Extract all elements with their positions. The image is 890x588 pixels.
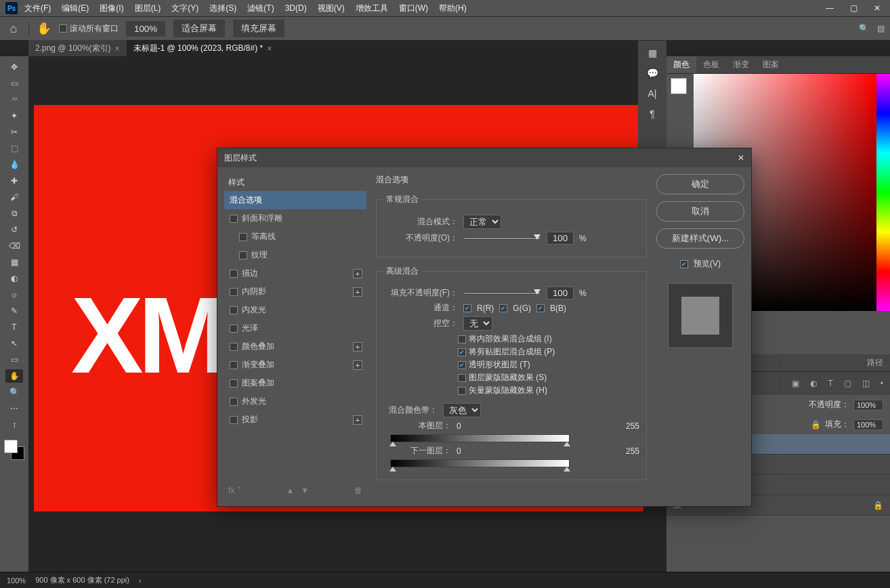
fit-screen-button[interactable]: 适合屏幕: [173, 19, 226, 38]
add-drop-shadow-icon[interactable]: +: [353, 415, 362, 425]
style-drop-shadow[interactable]: 投影+: [224, 411, 366, 429]
filter-image-icon[interactable]: ▣: [792, 379, 799, 388]
marquee-tool[interactable]: ▭: [5, 77, 23, 90]
menu-filter[interactable]: 滤镜(T): [243, 3, 278, 14]
eraser-tool[interactable]: ⌫: [5, 239, 23, 253]
crop-tool[interactable]: ✂: [5, 125, 23, 139]
rail-character-icon[interactable]: A|: [648, 88, 657, 99]
style-texture[interactable]: 纹理: [224, 246, 366, 264]
path-select-tool[interactable]: ↖: [5, 337, 23, 350]
menu-3d[interactable]: 3D(D): [281, 3, 311, 13]
filter-adjust-icon[interactable]: ◐: [810, 379, 817, 388]
close-icon[interactable]: ✕: [870, 3, 885, 13]
fx-icon[interactable]: fx ˅: [228, 486, 241, 495]
cb-mask-hides[interactable]: [458, 374, 466, 382]
shape-tool[interactable]: ▭: [5, 353, 23, 366]
doc-tab-2[interactable]: 未标题-1 @ 100% (2023, RGB/8#) * ×: [127, 40, 279, 57]
this-layer-slider[interactable]: [390, 434, 570, 442]
opacity-input[interactable]: [547, 232, 574, 245]
cb-interior[interactable]: [458, 335, 466, 343]
minimize-icon[interactable]: —: [822, 3, 838, 13]
zoom-level-button[interactable]: 100%: [125, 20, 166, 37]
fill-opacity-input[interactable]: [547, 287, 574, 299]
close-tab-icon[interactable]: ×: [115, 44, 120, 54]
blend-mode-select[interactable]: 正常: [463, 215, 501, 229]
tab-color[interactable]: 颜色: [666, 56, 696, 73]
more-tools[interactable]: ⋯: [5, 402, 23, 415]
doc-tab-1[interactable]: 2.png @ 100%(索引) ×: [28, 40, 127, 57]
style-outer-glow[interactable]: 外发光: [224, 392, 366, 411]
tab-swatches[interactable]: 色板: [696, 56, 726, 73]
lock-icon[interactable]: 🔒: [811, 420, 821, 429]
hand-tool-icon[interactable]: ✋: [36, 20, 52, 37]
menu-layer[interactable]: 图层(L): [131, 3, 165, 14]
cb-vector-hides[interactable]: [458, 387, 466, 395]
menu-view[interactable]: 视图(V): [314, 3, 349, 14]
preview-checkbox[interactable]: [680, 260, 688, 268]
menu-image[interactable]: 图像(I): [96, 3, 127, 14]
hue-slider[interactable]: [876, 74, 890, 311]
menu-select[interactable]: 选择(S): [205, 3, 240, 14]
history-brush-tool[interactable]: ↺: [5, 223, 23, 236]
dodge-tool[interactable]: ☼: [5, 288, 23, 301]
cb-clipped[interactable]: [458, 348, 466, 356]
search-icon[interactable]: 🔍: [859, 24, 869, 33]
lasso-tool[interactable]: ⌔: [5, 93, 23, 106]
move-down-icon[interactable]: ▼: [301, 486, 309, 495]
tab-patterns[interactable]: 图案: [756, 56, 786, 73]
cancel-button[interactable]: 取消: [656, 201, 744, 222]
eyedropper-tool[interactable]: 💧: [5, 158, 23, 171]
style-contour[interactable]: 等高线: [224, 228, 366, 246]
style-blending-options[interactable]: 混合选项: [224, 191, 366, 209]
opacity-slider[interactable]: [463, 237, 541, 240]
color-swatches[interactable]: [4, 440, 24, 460]
new-style-button[interactable]: 新建样式(W)...: [656, 228, 744, 249]
add-color-overlay-icon[interactable]: +: [353, 342, 362, 352]
style-color-overlay[interactable]: 颜色叠加+: [224, 337, 366, 356]
zoom-tool[interactable]: 🔍: [5, 385, 23, 399]
menu-window[interactable]: 窗口(W): [395, 3, 432, 14]
cb-trans-shapes[interactable]: [458, 361, 466, 369]
style-bevel[interactable]: 斜面和浮雕: [224, 209, 366, 228]
add-stroke-icon[interactable]: +: [353, 269, 362, 278]
maximize-icon[interactable]: ▢: [846, 3, 862, 13]
fill-screen-button[interactable]: 填充屏幕: [232, 19, 285, 38]
trash-icon[interactable]: 🗑: [354, 486, 362, 495]
panel-color-swatch[interactable]: [671, 78, 687, 94]
hand-tool[interactable]: ✋: [5, 369, 23, 383]
status-chevron-icon[interactable]: ›: [139, 576, 142, 585]
add-inner-shadow-icon[interactable]: +: [353, 287, 362, 297]
blend-if-select[interactable]: 灰色: [443, 403, 481, 417]
status-zoom[interactable]: 100%: [7, 576, 26, 585]
style-inner-shadow[interactable]: 内阴影+: [224, 282, 366, 301]
healing-tool[interactable]: ✚: [5, 174, 23, 188]
style-gradient-overlay[interactable]: 渐变叠加+: [224, 356, 366, 374]
type-tool[interactable]: T: [5, 320, 23, 334]
menu-plugins[interactable]: 增效工具: [352, 3, 392, 14]
frame-tool[interactable]: ⬚: [5, 142, 23, 155]
home-icon[interactable]: ⌂: [5, 20, 22, 37]
add-gradient-overlay-icon[interactable]: +: [353, 360, 362, 370]
style-satin[interactable]: 光泽: [224, 319, 366, 337]
channel-r-checkbox[interactable]: [463, 304, 471, 312]
menu-file[interactable]: 文件(F): [20, 3, 55, 14]
dialog-close-icon[interactable]: ✕: [738, 153, 744, 163]
pen-tool[interactable]: ✎: [5, 304, 23, 318]
foreground-color[interactable]: [4, 440, 18, 453]
fill-opacity-slider[interactable]: [463, 292, 541, 295]
under-layer-slider[interactable]: [390, 459, 570, 467]
style-stroke[interactable]: 描边+: [224, 264, 366, 282]
channel-b-checkbox[interactable]: [536, 304, 545, 312]
channel-g-checkbox[interactable]: [499, 304, 507, 312]
menu-type[interactable]: 文字(Y): [167, 3, 203, 14]
menu-edit[interactable]: 编辑(E): [58, 3, 93, 14]
filter-smart-icon[interactable]: ◫: [862, 379, 870, 388]
filter-type-icon[interactable]: T: [828, 379, 832, 388]
menu-help[interactable]: 帮助(H): [435, 3, 471, 14]
clone-stamp-tool[interactable]: ⧉: [5, 207, 23, 220]
fill-value[interactable]: 100%: [853, 419, 883, 430]
close-tab-icon[interactable]: ×: [267, 44, 272, 54]
style-pattern-overlay[interactable]: 图案叠加: [224, 374, 366, 392]
brush-tool[interactable]: 🖌: [5, 190, 23, 204]
edit-toolbar[interactable]: ↕: [5, 418, 23, 432]
